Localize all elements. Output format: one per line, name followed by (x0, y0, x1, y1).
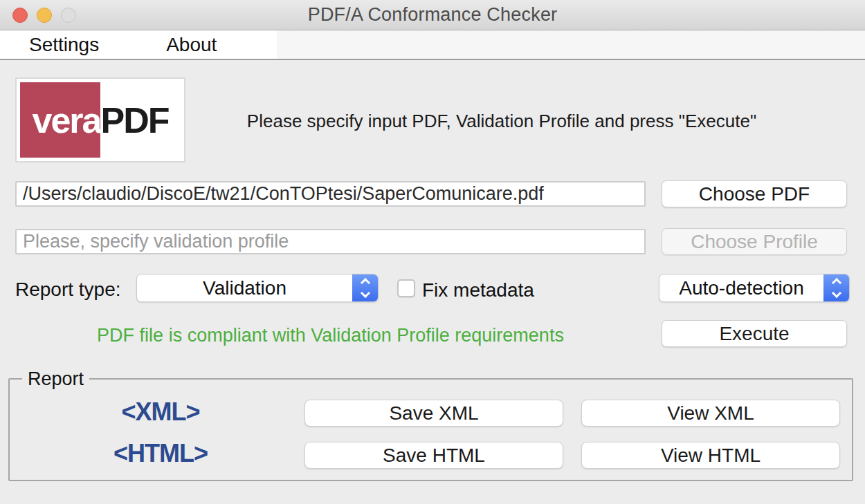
fix-metadata-checkbox[interactable] (397, 279, 415, 297)
save-html-button[interactable]: Save HTML (304, 442, 563, 469)
chevron-up-icon (831, 278, 841, 288)
view-xml-button[interactable]: View XML (581, 400, 840, 427)
report-group: Report <XML> Save XML View XML <HTML> Sa… (8, 378, 853, 481)
close-icon[interactable] (12, 8, 28, 23)
menu-bar: Settings About (0, 30, 865, 60)
flavour-dropdown[interactable]: Auto-detection (659, 274, 850, 302)
html-badge: <HTML> (64, 439, 257, 468)
fix-metadata-label: Fix metadata (422, 279, 534, 301)
execute-button[interactable]: Execute (662, 320, 847, 347)
title-bar: PDF/A Conformance Checker (0, 0, 865, 30)
chevron-up-icon (360, 278, 370, 288)
stepper-icon (823, 274, 849, 301)
instruction-text: Please specify input PDF, Validation Pro… (194, 111, 810, 132)
menu-settings[interactable]: Settings (29, 34, 99, 56)
zoom-icon (61, 8, 76, 23)
view-html-button[interactable]: View HTML (581, 442, 840, 469)
stepper-icon (352, 274, 378, 301)
choose-profile-button: Choose Profile (662, 228, 847, 255)
report-type-value: Validation (203, 277, 312, 299)
verapdf-logo: veraPDF (15, 77, 185, 162)
report-group-title: Report (22, 368, 89, 390)
choose-pdf-button[interactable]: Choose PDF (662, 180, 847, 207)
menu-about[interactable]: About (166, 34, 217, 56)
window-controls (12, 0, 76, 30)
window-title: PDF/A Conformance Checker (308, 4, 558, 26)
app-window: PDF/A Conformance Checker Settings About… (0, 0, 865, 504)
chevron-down-icon (831, 288, 841, 298)
minimize-icon[interactable] (37, 8, 52, 23)
xml-badge: <XML> (64, 398, 257, 427)
logo-vera-label: vera (33, 100, 101, 141)
logo-pdf-label: PDF (101, 100, 169, 141)
menu-strip: Settings About (0, 30, 277, 59)
validation-profile-input[interactable] (15, 229, 646, 254)
flavour-value: Auto-detection (679, 277, 830, 299)
report-type-label: Report type: (15, 279, 121, 301)
status-message: PDF file is compliant with Validation Pr… (15, 325, 646, 346)
chevron-down-icon (360, 288, 370, 298)
report-type-dropdown[interactable]: Validation (136, 274, 379, 302)
save-xml-button[interactable]: Save XML (304, 400, 563, 427)
logo-text: veraPDF (17, 79, 184, 161)
pdf-path-input[interactable] (15, 181, 646, 207)
